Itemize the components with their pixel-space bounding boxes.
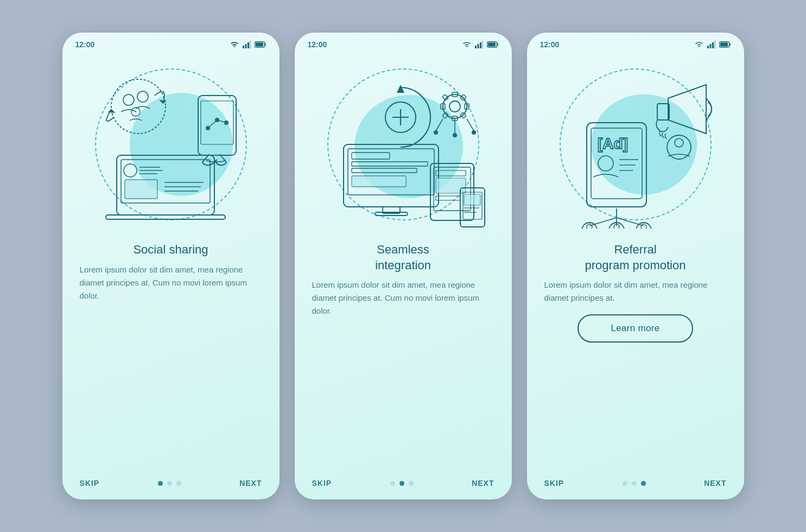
phone-3: 12:00 <box>527 33 744 499</box>
svg-rect-24 <box>198 96 236 155</box>
svg-rect-79 <box>714 41 716 48</box>
svg-point-86 <box>598 156 613 171</box>
svg-line-29 <box>208 120 217 128</box>
wifi-icon-1 <box>230 41 239 48</box>
dot-2-1 <box>390 481 395 486</box>
status-time-2: 12:00 <box>308 40 327 49</box>
svg-point-18 <box>111 79 166 134</box>
illustration-area-1 <box>62 52 280 237</box>
status-icons-3 <box>694 41 731 48</box>
svg-rect-68 <box>442 112 448 118</box>
bottom-nav-1: SKIP NEXT <box>62 472 280 499</box>
phone-1: 12:00 <box>62 33 280 499</box>
dots-1 <box>158 481 181 486</box>
dot-2-3 <box>409 481 414 486</box>
battery-icon-1 <box>255 41 266 48</box>
svg-rect-50 <box>436 196 460 200</box>
screen-title-1: Social sharing <box>80 242 262 258</box>
svg-point-96 <box>587 224 592 229</box>
svg-rect-49 <box>436 178 466 193</box>
social-sharing-illustration <box>84 66 258 229</box>
svg-marker-56 <box>397 85 404 93</box>
svg-rect-31 <box>475 46 477 48</box>
battery-icon-3 <box>719 41 731 48</box>
svg-point-20 <box>137 91 148 102</box>
svg-point-60 <box>443 94 467 118</box>
illustration-area-3: [Ad] <box>527 52 744 237</box>
status-time-3: 12:00 <box>540 40 560 49</box>
svg-line-92 <box>589 218 617 226</box>
svg-rect-13 <box>125 180 157 199</box>
wifi-icon-3 <box>694 41 704 48</box>
status-time-1: 12:00 <box>75 40 95 49</box>
illustration-area-2 <box>295 52 512 237</box>
svg-point-9 <box>124 164 137 177</box>
dot-3-2 <box>632 481 637 486</box>
svg-rect-1 <box>245 44 246 48</box>
status-icons-2 <box>462 41 499 48</box>
svg-point-61 <box>449 101 460 112</box>
dots-3 <box>623 481 646 486</box>
next-button-3[interactable]: NEXT <box>704 479 726 487</box>
referral-illustration: [Ad] <box>549 66 722 229</box>
bottom-nav-3: SKIP NEXT <box>527 472 744 499</box>
svg-rect-33 <box>480 42 481 48</box>
svg-rect-77 <box>709 44 711 48</box>
bottom-nav-2: SKIP NEXT <box>295 472 512 499</box>
battery-icon-2 <box>487 41 499 48</box>
svg-point-75 <box>472 130 476 135</box>
dot-1-1 <box>158 481 163 486</box>
svg-rect-36 <box>497 43 498 46</box>
learn-more-button[interactable]: Learn more <box>577 314 694 343</box>
phone-2: 12:00 <box>295 33 512 499</box>
dots-2 <box>390 481 414 486</box>
next-button-1[interactable]: NEXT <box>239 479 262 487</box>
status-bar-1: 12:00 <box>62 33 280 52</box>
svg-point-19 <box>123 94 134 105</box>
svg-rect-32 <box>477 44 479 48</box>
svg-marker-23 <box>108 109 116 113</box>
skip-button-2[interactable]: SKIP <box>312 479 332 487</box>
svg-rect-39 <box>348 149 434 195</box>
svg-rect-90 <box>657 104 669 120</box>
svg-point-100 <box>641 224 646 229</box>
signal-icon-2 <box>475 41 484 48</box>
dot-1-3 <box>176 481 181 486</box>
svg-rect-2 <box>247 42 249 48</box>
content-area-2: Seamless integration Lorem ipsum dolor s… <box>295 237 512 472</box>
svg-rect-5 <box>264 43 266 46</box>
svg-rect-53 <box>464 194 480 205</box>
signal-icon-3 <box>707 41 716 48</box>
svg-rect-43 <box>352 176 406 187</box>
content-area-1: Social sharing Lorem ipsum dolor sit dim… <box>62 237 280 472</box>
svg-rect-81 <box>729 43 731 46</box>
skip-button-1[interactable]: SKIP <box>80 479 100 487</box>
status-bar-3: 12:00 <box>527 33 744 52</box>
svg-line-72 <box>467 119 474 131</box>
next-button-2[interactable]: NEXT <box>472 479 494 487</box>
status-bar-2: 12:00 <box>295 33 512 52</box>
svg-rect-40 <box>352 153 390 159</box>
seamless-integration-illustration <box>316 66 490 229</box>
screen-title-3: Referral program promotion <box>544 242 727 273</box>
svg-point-73 <box>434 130 438 135</box>
svg-rect-3 <box>250 41 251 48</box>
svg-text:[Ad]: [Ad] <box>598 135 628 152</box>
dot-2-2 <box>399 481 404 486</box>
svg-line-70 <box>436 119 443 131</box>
phones-container: 12:00 <box>62 33 744 499</box>
status-icons-1 <box>230 41 266 48</box>
dot-1-2 <box>167 481 172 486</box>
svg-rect-48 <box>436 170 466 176</box>
screen-description-2: Lorem ipsum dolor sit dim amet, mea regi… <box>312 278 494 318</box>
svg-rect-6 <box>256 43 263 47</box>
dot-3-1 <box>623 481 627 486</box>
dot-3-3 <box>641 481 646 486</box>
svg-rect-0 <box>243 46 244 48</box>
svg-rect-41 <box>352 162 428 166</box>
screen-description-1: Lorem ipsum dolor sit dim amet, mea regi… <box>80 263 262 302</box>
signal-icon-1 <box>243 41 251 48</box>
screen-title-2: Seamless integration <box>312 242 494 273</box>
skip-button-3[interactable]: SKIP <box>544 479 564 487</box>
svg-rect-78 <box>712 42 714 48</box>
